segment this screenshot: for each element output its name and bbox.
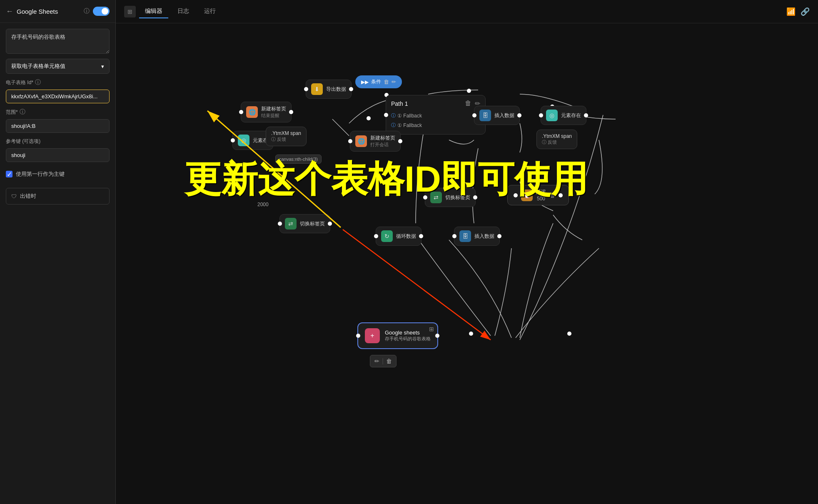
gs-node-settings-icon[interactable]: ⊞: [429, 326, 434, 332]
loop-label: 循环数据: [396, 233, 416, 240]
node-loop[interactable]: ↻ 循环数据: [376, 227, 421, 246]
node-dot-left: [452, 234, 456, 238]
info-icon[interactable]: ⓘ: [84, 7, 90, 15]
tab-editor[interactable]: 编辑器: [139, 5, 168, 18]
element-exist-label: 元素存在: [561, 112, 581, 119]
field-info-icon[interactable]: ⓘ: [35, 79, 41, 86]
node-dot-left: [472, 113, 476, 117]
node-dot-left: [348, 139, 352, 143]
tab-log[interactable]: 日志: [172, 5, 195, 18]
node-new-tab-open[interactable]: 🌐 新建标签页 打开会话: [350, 131, 401, 152]
action-select-label: 获取电子表格单元格值: [11, 62, 65, 70]
key-group: 参考键 (可选项): [6, 138, 110, 162]
export-label: 导出数据: [326, 86, 346, 93]
toggle-switch[interactable]: [93, 7, 110, 16]
new-tab-open-icon: 🌐: [355, 135, 367, 147]
gs-node-actions: ✏ | 🗑: [370, 355, 397, 367]
path-trash-icon[interactable]: 🗑: [465, 100, 471, 107]
loop-icon: ↻: [381, 230, 393, 242]
element-exist-icon: ◎: [546, 110, 558, 121]
info-circle-icon: ⓘ: [391, 112, 396, 119]
edit-icon[interactable]: ✏: [392, 79, 396, 85]
feedback-node-1[interactable]: .YtmXM span ⓘ 反馈: [266, 127, 307, 146]
node-delay[interactable]: ⏰ 延迟 500 🗑: [507, 185, 569, 205]
use-first-row-checkbox[interactable]: ✓: [6, 171, 12, 177]
gs-delete-button[interactable]: 🗑: [386, 358, 392, 364]
spreadsheet-id-input[interactable]: [6, 90, 110, 103]
wifi-icon[interactable]: 📶: [786, 7, 796, 16]
node-dot-left: [374, 234, 378, 238]
node-dot-left: [423, 195, 427, 200]
topbar: ⊞ 编辑器 日志 运行 📶 🔗: [116, 0, 818, 23]
sidebar: ← Google Sheets ⓘ 存手机号码的谷歌表格 获取电子表格单元格值 …: [0, 0, 116, 504]
share-icon[interactable]: 🔗: [801, 7, 810, 16]
node-dot-left: [304, 87, 308, 91]
svg-point-1: [467, 89, 471, 93]
node-element-exist[interactable]: ◎ 元素存在: [541, 106, 586, 125]
node-switch1[interactable]: ⇄ 切换标签页: [279, 214, 330, 233]
action-select[interactable]: 获取电子表格单元格值 ▾: [6, 59, 110, 74]
error-button[interactable]: 🛡 出错时: [6, 188, 110, 205]
chevron-down-icon: ▾: [101, 63, 104, 70]
key-label: 参考键 (可选项): [6, 138, 110, 145]
new-tab-text: 新建标签页 结束提醒: [261, 105, 286, 119]
node-dot-left: [231, 138, 235, 142]
node-dot-right: [419, 234, 423, 238]
node-dot-left: [278, 222, 282, 226]
description-input[interactable]: 存手机号码的谷歌表格: [6, 29, 110, 54]
new-tab-open-text: 新建标签页 打开会话: [370, 135, 395, 148]
node-insert1[interactable]: 🗄 插入数据: [474, 106, 520, 125]
trash-icon[interactable]: 🗑: [384, 79, 389, 85]
new-tab-icon: 🌐: [246, 106, 258, 118]
gs-main-node[interactable]: + Google sheets 存手机号码的谷歌表格 ⊞: [357, 322, 438, 349]
node-dot-right: [289, 110, 293, 114]
info-circle-icon-2: ⓘ: [391, 122, 396, 128]
editor-layout-icon[interactable]: ⊞: [124, 6, 136, 17]
node-insert2[interactable]: 🗄 插入数据: [454, 227, 500, 246]
path-node[interactable]: Path 1 🗑 ✏ ⓘ ① Fallback ⓘ ① Fallback: [386, 95, 486, 135]
shield-icon: 🛡: [11, 193, 17, 200]
spreadsheet-id-group: 电子表格 Id* ⓘ: [6, 79, 110, 103]
range-input[interactable]: [6, 119, 110, 133]
node-dot-right: [398, 139, 402, 143]
action-select-row: 获取电子表格单元格值 ▾: [6, 59, 110, 74]
node-dot-left: [356, 334, 360, 338]
node-switch2[interactable]: ⇄ 切换标签页: [425, 188, 476, 207]
sidebar-header: ← Google Sheets ⓘ: [0, 0, 115, 23]
feedback-node-2[interactable]: .YtmXM span ⓘ 反馈: [536, 130, 577, 149]
delay-trash-icon[interactable]: 🗑: [549, 192, 555, 199]
node-dot-right: [349, 87, 353, 91]
checkbox-label: 使用第一行作为主键: [16, 170, 65, 178]
path-dot-left: [384, 113, 388, 117]
svg-point-2: [367, 116, 371, 120]
switch1-icon: ⇄: [285, 218, 297, 230]
canvas[interactable]: ⬇ 导出数据 ▶▶ 条件 🗑 ✏ Path 1 🗑 ✏ ⓘ ① Fallback…: [116, 23, 818, 504]
range-info-icon[interactable]: ⓘ: [20, 108, 25, 116]
condition-icon: ▶▶: [361, 79, 369, 85]
tab-run[interactable]: 运行: [198, 5, 222, 18]
node-dot-right: [328, 222, 332, 226]
path-fallback-2: ⓘ ① Fallback: [391, 120, 480, 130]
gs-node-icon: +: [365, 328, 380, 343]
export-icon: ⬇: [311, 83, 323, 95]
switch2-icon: ⇄: [430, 192, 442, 203]
divider: |: [382, 357, 384, 365]
node-dot-right: [559, 193, 563, 197]
feedback2-main: .YtmXM span: [542, 133, 572, 139]
node-dot-right: [473, 195, 477, 200]
condition-label: 条件: [371, 78, 381, 85]
feedback2-sub: ⓘ 反馈: [542, 139, 572, 145]
node-dot-right: [497, 234, 501, 238]
element1-icon: ◎: [238, 135, 249, 146]
node-condition[interactable]: ▶▶ 条件 🗑 ✏: [355, 75, 402, 88]
node-export[interactable]: ⬇ 导出数据: [306, 80, 352, 99]
node-new-tab-end[interactable]: 🌐 新建标签页 结束提醒: [241, 102, 292, 122]
gs-edit-button[interactable]: ✏: [374, 358, 379, 364]
sidebar-title: Google Sheets: [17, 8, 80, 15]
key-input[interactable]: [6, 148, 110, 162]
range-group: 范围* ⓘ: [6, 108, 110, 133]
path-fallback-1: ⓘ ① Fallback: [391, 111, 480, 120]
gs-node-subtitle: 存手机号码的谷歌表格: [385, 336, 431, 342]
back-button[interactable]: ←: [6, 7, 13, 16]
insert2-label: 插入数据: [474, 233, 494, 240]
